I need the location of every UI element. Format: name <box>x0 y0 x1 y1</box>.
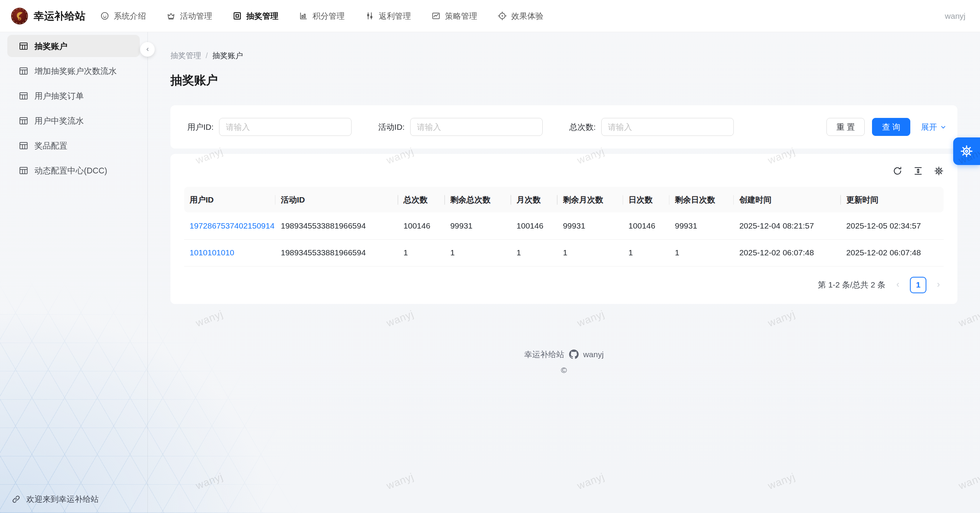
sidebar-item-label: 用户抽奖订单 <box>34 90 84 101</box>
nav-item-label: 效果体验 <box>511 11 543 21</box>
column-settings-icon[interactable] <box>934 166 944 176</box>
cell-day: 1 <box>623 239 669 266</box>
col-header-user-id: 用户ID <box>184 187 275 212</box>
col-header-day: 日次数 <box>623 187 669 212</box>
pagination-page-1[interactable]: 1 <box>910 277 926 293</box>
pagination-prev-button[interactable] <box>893 280 903 290</box>
main-nav: 系统介绍 活动管理 抽奖管理 积分管理 返利管理 策略管理 效果体验 <box>100 11 564 21</box>
density-icon[interactable] <box>913 166 923 176</box>
col-header-updated: 更新时间 <box>841 187 944 212</box>
aim-icon <box>497 11 507 21</box>
cell-total-left: 1 <box>445 239 511 266</box>
trend-box-icon <box>431 11 441 21</box>
total-count-label: 总次数: <box>569 122 596 132</box>
table-icon <box>18 141 29 151</box>
github-icon[interactable] <box>569 350 579 359</box>
nav-item-strategy-mgmt[interactable]: 策略管理 <box>431 11 477 21</box>
cell-day-left: 99931 <box>669 212 734 239</box>
nav-item-points-mgmt[interactable]: 积分管理 <box>299 11 345 21</box>
footer-author-link[interactable]: wanyj <box>583 350 604 359</box>
cell-month-left: 1 <box>558 239 623 266</box>
chart-icon <box>299 11 308 21</box>
table-card: 用户ID 活动ID 总次数 剩余总次数 月次数 剩余月次数 日次数 剩余日次数 … <box>170 154 957 304</box>
chevron-left-icon <box>894 281 901 289</box>
expand-toggle[interactable]: 展开 <box>921 122 947 132</box>
nav-item-lottery-mgmt[interactable]: 抽奖管理 <box>232 11 278 21</box>
sidebar-item-user-win-flow[interactable]: 用户中奖流水 <box>7 109 140 132</box>
sidebar-item-label: 动态配置中心(DCC) <box>34 165 107 176</box>
chevron-left-icon <box>144 46 151 53</box>
page-title: 抽奖账户 <box>170 72 957 88</box>
user-id-link[interactable]: 1010101010 <box>190 248 234 257</box>
col-header-activity-id: 活动ID <box>275 187 398 212</box>
gear-icon <box>960 145 973 158</box>
sidebar-item-add-draw-count-flow[interactable]: 增加抽奖账户次数流水 <box>7 60 140 82</box>
pagination-next-button[interactable] <box>934 280 944 290</box>
total-count-input[interactable] <box>601 118 734 136</box>
cell-month-left: 99931 <box>558 212 623 239</box>
refresh-icon[interactable] <box>893 166 902 176</box>
table-icon <box>18 41 29 51</box>
table-row: 1972867537402150914 1989345533881966594 … <box>184 212 944 239</box>
sidebar-item-dcc[interactable]: 动态配置中心(DCC) <box>7 159 140 181</box>
filter-field-activity-id: 活动ID: <box>378 118 543 136</box>
table-header-row: 用户ID 活动ID 总次数 剩余总次数 月次数 剩余月次数 日次数 剩余日次数 … <box>184 187 944 212</box>
sidebar-collapse-button[interactable] <box>140 42 155 57</box>
chevron-down-icon <box>940 124 947 131</box>
top-navbar: 幸运补给站 系统介绍 活动管理 抽奖管理 积分管理 返利管理 策略管理 效果 <box>0 0 980 32</box>
activity-id-label: 活动ID: <box>378 122 405 132</box>
breadcrumb-separator: / <box>206 51 208 60</box>
smile-icon <box>100 11 110 21</box>
nav-item-system-intro[interactable]: 系统介绍 <box>100 11 146 21</box>
sidebar-item-prize-config[interactable]: 奖品配置 <box>7 134 140 157</box>
nav-item-label: 策略管理 <box>445 11 477 21</box>
sidebar: 抽奖账户 增加抽奖账户次数流水 用户抽奖订单 用户中奖流水 奖品配置 动态配置中… <box>0 32 148 513</box>
pagination: 第 1-2 条/总共 2 条 1 <box>184 277 944 293</box>
sidebar-item-label: 奖品配置 <box>34 140 67 151</box>
cell-day-left: 1 <box>669 239 734 266</box>
sidebar-footer-link[interactable]: 欢迎来到幸运补给站 <box>11 494 99 505</box>
settings-fab-button[interactable] <box>953 137 980 165</box>
footer-copyright: © <box>170 366 957 375</box>
app-title: 幸运补给站 <box>34 9 85 23</box>
footer-site-link[interactable]: 幸运补给站 <box>524 349 564 360</box>
cell-updated: 2025-12-02 06:07:48 <box>841 239 944 266</box>
user-name[interactable]: wanyj <box>945 11 965 21</box>
table-row: 1010101010 1989345533881966594 1 1 1 1 1… <box>184 239 944 266</box>
sidebar-item-user-draw-orders[interactable]: 用户抽奖订单 <box>7 85 140 107</box>
cell-activity-id: 1989345533881966594 <box>275 212 398 239</box>
nav-item-rebate-mgmt[interactable]: 返利管理 <box>365 11 411 21</box>
table-icon <box>18 165 29 176</box>
breadcrumb-current: 抽奖账户 <box>213 51 243 61</box>
frame-icon <box>232 11 242 21</box>
table-icon <box>18 66 29 76</box>
cell-month: 100146 <box>511 212 558 239</box>
accounts-table: 用户ID 活动ID 总次数 剩余总次数 月次数 剩余月次数 日次数 剩余日次数 … <box>184 187 944 266</box>
nav-item-activity-mgmt[interactable]: 活动管理 <box>166 11 212 21</box>
cell-total: 1 <box>398 239 445 266</box>
filter-field-user-id: 用户ID: <box>187 118 352 136</box>
activity-id-input[interactable] <box>410 118 543 136</box>
nav-item-effect-experience[interactable]: 效果体验 <box>497 11 543 21</box>
search-button[interactable]: 查 询 <box>872 118 910 136</box>
cell-total: 100146 <box>398 212 445 239</box>
user-id-link[interactable]: 1972867537402150914 <box>190 221 275 230</box>
expand-label: 展开 <box>921 122 937 132</box>
user-id-input[interactable] <box>219 118 352 136</box>
filter-field-total-count: 总次数: <box>569 118 734 136</box>
sidebar-item-lottery-account[interactable]: 抽奖账户 <box>7 35 140 57</box>
nav-item-label: 抽奖管理 <box>246 11 278 21</box>
filter-actions: 重 置 查 询 展开 <box>826 118 947 136</box>
app-logo-icon <box>11 7 28 25</box>
table-toolbar <box>184 164 944 178</box>
breadcrumb-parent[interactable]: 抽奖管理 <box>170 51 201 61</box>
reset-button[interactable]: 重 置 <box>826 118 865 136</box>
logo-area[interactable]: 幸运补给站 <box>11 7 85 25</box>
col-header-total: 总次数 <box>398 187 445 212</box>
pagination-summary: 第 1-2 条/总共 2 条 <box>818 279 885 290</box>
col-header-total-left: 剩余总次数 <box>445 187 511 212</box>
sidebar-item-label: 增加抽奖账户次数流水 <box>34 65 117 77</box>
cell-total-left: 99931 <box>445 212 511 239</box>
col-header-day-left: 剩余日次数 <box>669 187 734 212</box>
cell-created: 2025-12-02 06:07:48 <box>734 239 841 266</box>
